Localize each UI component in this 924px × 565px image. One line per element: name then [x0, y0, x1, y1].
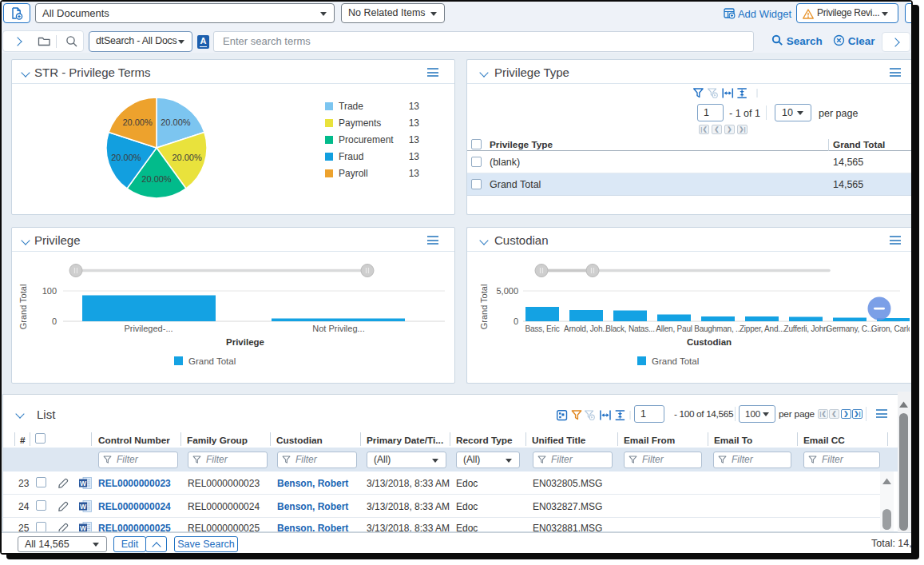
svg-text:Arnold, Joh...: Arnold, Joh...	[564, 324, 609, 333]
svg-text:20.00%: 20.00%	[161, 117, 191, 127]
svg-text:Black, Natas...: Black, Natas...	[605, 324, 654, 333]
svg-text:Bass, Eric: Bass, Eric	[525, 324, 559, 333]
svg-text:Payroll: Payroll	[339, 168, 368, 179]
svg-text:13: 13	[409, 117, 420, 129]
svg-text:W: W	[80, 479, 87, 487]
svg-text:20.00%: 20.00%	[172, 153, 202, 162]
svg-text:Privileged-...: Privileged-...	[124, 324, 173, 333]
svg-text:Zufferli, John: Zufferli, John	[784, 324, 828, 333]
svg-text:Payments: Payments	[339, 117, 381, 129]
svg-text:Procurement: Procurement	[339, 134, 394, 145]
svg-text:Fraud: Fraud	[339, 151, 363, 162]
svg-text:Giron, Carlos: Giron, Carlos	[871, 324, 910, 333]
svg-text:Allen, Paul: Allen, Paul	[656, 324, 692, 333]
svg-text:20.00%: 20.00%	[111, 153, 141, 162]
svg-text:0: 0	[514, 316, 518, 326]
svg-text:20.00%: 20.00%	[122, 117, 153, 127]
svg-text:13: 13	[409, 101, 420, 112]
svg-text:Privilege: Privilege	[226, 337, 264, 347]
svg-text:Zipper, And...: Zipper, And...	[740, 324, 784, 333]
svg-text:13: 13	[409, 168, 420, 179]
svg-text:13: 13	[409, 134, 420, 145]
svg-text:Grand Total: Grand Total	[479, 284, 489, 330]
svg-text:Trade: Trade	[339, 101, 363, 112]
svg-text:13: 13	[409, 151, 420, 162]
svg-text:Grand Total: Grand Total	[188, 356, 236, 366]
svg-text:100: 100	[42, 286, 57, 296]
svg-text:W: W	[80, 524, 87, 532]
svg-text:0: 0	[52, 316, 57, 326]
svg-text:Not Privileg...: Not Privileg...	[312, 324, 364, 333]
svg-text:Grand Total: Grand Total	[18, 284, 28, 330]
svg-text:W: W	[80, 503, 87, 511]
svg-text:Custodian: Custodian	[687, 337, 732, 347]
svg-text:Baughman, ...: Baughman, ...	[694, 324, 742, 333]
svg-text:Germany, C...: Germany, C...	[827, 324, 874, 333]
svg-text:Grand Total: Grand Total	[652, 356, 699, 366]
svg-text:20.00%: 20.00%	[141, 174, 172, 184]
svg-text:5,000: 5,000	[496, 286, 518, 296]
